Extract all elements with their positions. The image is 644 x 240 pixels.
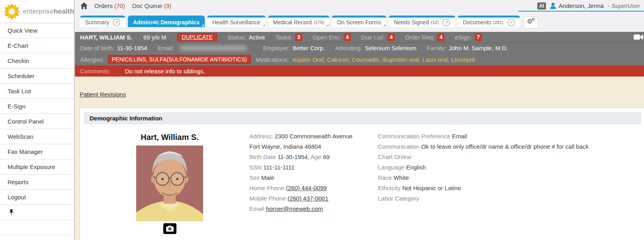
medications-list: Aspirin OralCalciumCoumadinibuprofen ora… <box>292 56 475 63</box>
due-list-count-badge[interactable]: 4 <box>388 33 395 41</box>
medications-label: Medications: <box>256 56 289 63</box>
home-phone-link[interactable]: (260) 444-0099 <box>286 185 327 191</box>
ethnicity-row: Ethnicity Not Hispanic or Latino <box>378 183 617 193</box>
header-accent-line <box>518 11 644 12</box>
communication-preference-row: Communication Preference Email <box>378 131 617 142</box>
sidebar-item-webscan[interactable]: WebScan <box>0 129 74 144</box>
home-icon <box>80 2 88 10</box>
sidebar: enterprisehealth Quick View E-Chart Chec… <box>0 0 74 240</box>
tab-medical-record[interactable]: Medical Record (175) <box>268 16 330 27</box>
birth-date-row: Birth Date 11-30-1954, Age 69 <box>249 152 369 162</box>
family-value: John M. Sample, M.D. <box>449 45 508 51</box>
medication-link[interactable]: Aspirin Oral <box>292 56 327 63</box>
documents-count: (281) <box>493 20 503 25</box>
pushpin-icon <box>8 209 14 216</box>
sidebar-item-task-list[interactable]: Task List <box>0 84 74 99</box>
tab-needs-signed[interactable]: Needs Signed (12) ↗ <box>389 16 455 27</box>
mobile-phone-row: Mobile Phone (260) 437-0001 <box>249 193 369 204</box>
video-call-button[interactable] <box>634 33 643 42</box>
tab-health-surveillance[interactable]: Health Surveillance <box>207 16 266 27</box>
dropdown-fold-icon <box>262 24 265 26</box>
tab-admin-demographics[interactable]: Admin(40):Demographics <box>128 16 205 27</box>
video-camera-icon <box>634 33 643 41</box>
sidebar-pin-toggle[interactable] <box>0 205 74 220</box>
tasks-label: Tasks: <box>275 34 292 41</box>
allergies-label: Allergies: <box>80 56 105 63</box>
medication-link[interactable]: Lisinopril <box>451 56 475 63</box>
user-menu[interactable]: Anderson, Jenna - SuperUser <box>550 2 640 9</box>
demographics-card: Demographic Information Hart, William S. <box>80 108 644 240</box>
nav-orders[interactable]: Orders (70) <box>94 2 125 9</box>
address-row: Address: 2300 Commonwealth Avenue <box>249 131 369 142</box>
tab-documents[interactable]: Documents (281) ↗ <box>458 16 520 27</box>
medical-record-count: (175) <box>314 20 324 25</box>
open-enc-count-badge[interactable]: 4 <box>344 33 351 41</box>
sidebar-item-reports[interactable]: Reports <box>0 175 74 190</box>
popout-icon[interactable]: ↗ <box>442 19 450 26</box>
email-link[interactable]: horner@mieweb.com <box>266 205 323 212</box>
medication-link[interactable]: Calcium <box>327 56 352 63</box>
open-enc-label: Open Enc: <box>313 34 341 41</box>
main-content: Patient Revisions Demographic Informatio… <box>75 77 644 240</box>
top-nav: Orders (70) Doc Queue (3) AI Anderson, J… <box>75 0 644 12</box>
sidebar-item-quick-view[interactable]: Quick View <box>0 23 74 38</box>
sex-row: Sex Male <box>249 173 369 183</box>
patient-photo-block: Hart, William S. <box>124 133 215 234</box>
tab-on-screen-forms[interactable]: On Screen Forms <box>332 16 386 27</box>
dropdown-fold-icon <box>202 24 204 26</box>
sidebar-item-scheduler[interactable]: Scheduler <box>0 69 74 84</box>
home-phone-row: Home Phone (260) 444-0099 <box>249 183 369 193</box>
duplicate-button[interactable]: DUPLICATE <box>177 33 217 41</box>
email-redacted-value <box>180 45 247 51</box>
patient-banner-row-2: Date of birth:11-30-1954 Email: Employer… <box>75 43 644 53</box>
sidebar-item-control-panel[interactable]: Control Panel <box>0 114 74 129</box>
comments-label: Comments: <box>80 68 111 75</box>
patient-banner-row-1: HART, WILLIAM S. 69 y/o M DUPLICATE Stat… <box>75 32 644 43</box>
order-req-count-badge[interactable]: 4 <box>437 33 444 41</box>
chart-tab-bar: Summary ↗ Admin(40):Demographics Health … <box>80 16 538 29</box>
needs-signed-count: (12) <box>431 20 439 25</box>
top-bar: Orders (70) Doc Queue (3) AI Anderson, J… <box>75 0 644 32</box>
nav-doc-queue[interactable]: Doc Queue (3) <box>132 2 171 9</box>
ssn-row: SSN 111-11-1111 <box>249 162 369 173</box>
sidebar-item-checkin[interactable]: Checkin <box>0 53 74 69</box>
medication-link[interactable]: Lasix oral <box>422 56 451 63</box>
home-button[interactable] <box>80 2 88 10</box>
status-label: Status: <box>227 34 246 41</box>
communication-row: Communication Ok to leave only office/dr… <box>378 142 617 152</box>
sidebar-item-fax-manager[interactable]: Fax Manager <box>0 144 74 159</box>
attending-label: Attending: <box>335 45 362 51</box>
status-value: Active <box>249 34 265 41</box>
medication-link[interactable]: Coumadin <box>352 56 382 63</box>
tab-settings-button[interactable]: ⚙ ⚙ <box>524 16 538 29</box>
sidebar-item-multiple-exposure[interactable]: Multiple Exposure <box>0 159 74 175</box>
popout-icon[interactable]: ↗ <box>507 19 515 26</box>
comments-value: Do not release info to siblings. <box>125 68 205 75</box>
patient-revisions-link[interactable]: Patient Revisions <box>80 91 126 98</box>
race-row: Race White <box>378 173 617 183</box>
allergies-badge[interactable]: PENICILLINS, SULFA(SULFONAMIDE ANTIBIOTI… <box>108 55 251 64</box>
user-icon <box>550 2 556 9</box>
tab-summary[interactable]: Summary ↗ <box>80 16 125 27</box>
app-logo[interactable]: enterprisehealth <box>0 0 74 23</box>
camera-icon <box>166 226 174 232</box>
mobile-phone-link[interactable]: (260) 437-0001 <box>288 195 329 202</box>
dob-label: Date of birth: <box>80 45 114 51</box>
sidebar-item-e-sign[interactable]: E-Sign <box>0 99 74 114</box>
update-photo-button[interactable] <box>163 223 176 234</box>
attending-value: Selenium Selenium <box>365 45 416 51</box>
sidebar-item-e-chart[interactable]: E-Chart <box>0 38 74 53</box>
ai-badge[interactable]: AI <box>537 2 546 10</box>
esign-count-badge[interactable]: 7 <box>475 33 482 41</box>
tasks-count-badge[interactable]: 3 <box>295 33 302 41</box>
demographics-right-column: Communication Preference Email Communica… <box>378 131 617 204</box>
patient-age-sex: 69 y/o M <box>143 34 166 41</box>
gear-icon: ⚙ <box>532 18 535 22</box>
esign-label: eSign: <box>455 34 472 41</box>
chart-online-row: Chart Online <box>378 152 617 162</box>
medication-link[interactable]: ibuprofen oral <box>382 56 422 63</box>
sidebar-item-logout[interactable]: Logout <box>0 190 74 205</box>
popout-icon[interactable]: ↗ <box>113 19 120 26</box>
user-role: - SuperUser <box>608 2 640 9</box>
dob-value: 11-30-1954 <box>117 45 147 51</box>
